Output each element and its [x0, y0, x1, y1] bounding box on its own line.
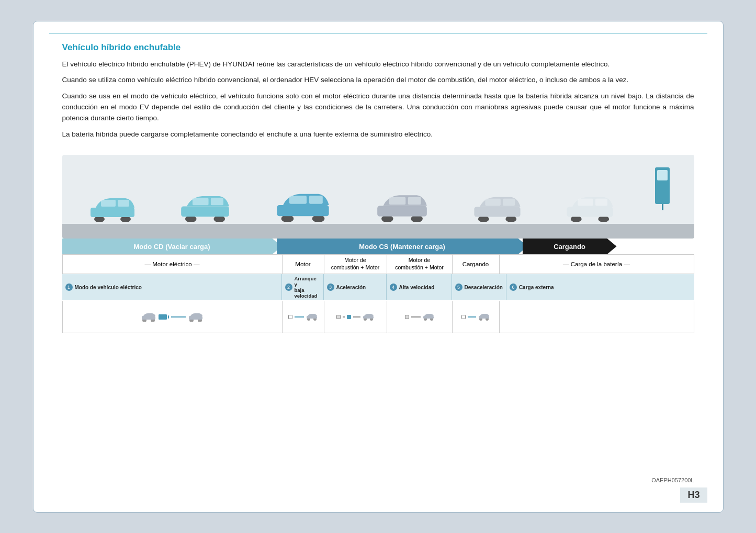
car-1-icon: [86, 193, 139, 222]
svg-rect-18: [389, 197, 406, 205]
substep-cell-6: 6 Carga externa: [506, 274, 694, 300]
paragraph4: La batería híbrida puede cargarse comple…: [62, 129, 694, 140]
substep-cell-1: 1 Modo de vehículo eléctrico: [62, 274, 282, 300]
svg-rect-29: [595, 199, 607, 206]
mode-charging-arrow: Cargando: [523, 239, 617, 254]
paragraph3: Cuando se usa en el modo de vehículo elé…: [62, 91, 694, 124]
cell-combustion-motor-1: Motor de combustión + Motor: [324, 255, 387, 274]
breakdown-row: — Motor eléctrico — Motor Motor de combu…: [62, 254, 694, 274]
svg-rect-17: [377, 206, 427, 217]
svg-rect-35: [189, 316, 202, 320]
mini-car-5: [478, 313, 490, 321]
page-container: Vehículo híbrido enchufable El vehículo …: [33, 21, 724, 513]
substep-cell-5: 5 Desaceleración: [452, 274, 506, 300]
mode-cs-arrow: Modo CS (Mantener carga): [277, 239, 528, 254]
svg-rect-19: [408, 197, 421, 205]
content-area: Vehículo híbrido enchufable El vehículo …: [62, 42, 694, 496]
svg-rect-27: [567, 207, 613, 217]
svg-rect-22: [475, 207, 521, 217]
mini-car-2: [306, 313, 318, 321]
svg-rect-8: [193, 198, 209, 205]
cell-electric-motor: — Motor eléctrico —: [63, 255, 283, 274]
mode-arrows: Modo CD (Vaciar carga) Modo CS (Mantener…: [62, 239, 694, 254]
car-2-icon: [176, 190, 234, 222]
paragraph1: El vehículo eléctrico híbrido enchufable…: [62, 59, 694, 70]
paragraph2: Cuando se utiliza como vehículo eléctric…: [62, 75, 694, 86]
svg-rect-38: [307, 316, 317, 319]
svg-rect-3: [101, 200, 116, 207]
code-reference: OAEPH057200L: [651, 477, 694, 483]
top-border-line: [49, 33, 707, 34]
small-car-cell-1: [63, 301, 283, 333]
wheel-icon-1b: [188, 312, 204, 322]
car-3-icon: [272, 188, 334, 222]
car-6-icon: [562, 191, 617, 222]
svg-rect-4: [118, 200, 129, 207]
cell-cargando: Cargando: [453, 255, 500, 274]
small-car-cell-4: [387, 301, 453, 333]
substep-cell-3: 3 Aceleración: [324, 274, 387, 300]
svg-rect-47: [479, 316, 489, 319]
cell-combustion-motor-2: Motor de combustión + Motor: [387, 255, 453, 274]
small-car-cell-5: [453, 301, 500, 333]
charging-station-illustration: [655, 167, 670, 210]
small-car-cell-3: [324, 301, 387, 333]
section-title: Vehículo híbrido enchufable: [62, 42, 694, 53]
cell-motor: Motor: [283, 255, 324, 274]
page-number: H3: [680, 487, 707, 503]
car-row: [67, 167, 689, 233]
svg-rect-12: [277, 205, 329, 216]
svg-rect-2: [91, 208, 134, 217]
svg-rect-44: [423, 316, 434, 319]
svg-rect-28: [578, 199, 593, 206]
cell-carga-bateria: — Carga de la batería —: [500, 255, 694, 274]
svg-rect-9: [211, 198, 223, 205]
car-5-icon: [470, 191, 525, 222]
svg-rect-23: [486, 199, 501, 206]
svg-rect-41: [363, 316, 374, 319]
svg-rect-32: [142, 316, 155, 320]
wheel-icon-1: [141, 312, 156, 322]
svg-rect-24: [503, 199, 515, 206]
mode-cd-arrow: Modo CD (Vaciar carga): [62, 239, 282, 254]
mini-car-3: [363, 313, 374, 321]
svg-rect-13: [289, 196, 307, 203]
svg-rect-14: [309, 196, 323, 203]
mini-car-4: [423, 313, 434, 321]
svg-rect-7: [181, 207, 229, 217]
substep-cell-4: 4 Alta velocidad: [387, 274, 452, 300]
diagram-area: Modo CD (Vaciar carga) Modo CS (Mantener…: [62, 155, 694, 496]
car-4-icon: [372, 189, 432, 222]
small-car-cell-6: [500, 301, 694, 333]
car-strip: [62, 155, 694, 239]
small-car-cell-2: [283, 301, 324, 333]
substep-cell-2: 2 Arranque ybaja velocidad: [282, 274, 324, 300]
small-cars-row: [62, 301, 694, 333]
substep-row: 1 Modo de vehículo eléctrico 2 Arranque …: [62, 274, 694, 300]
